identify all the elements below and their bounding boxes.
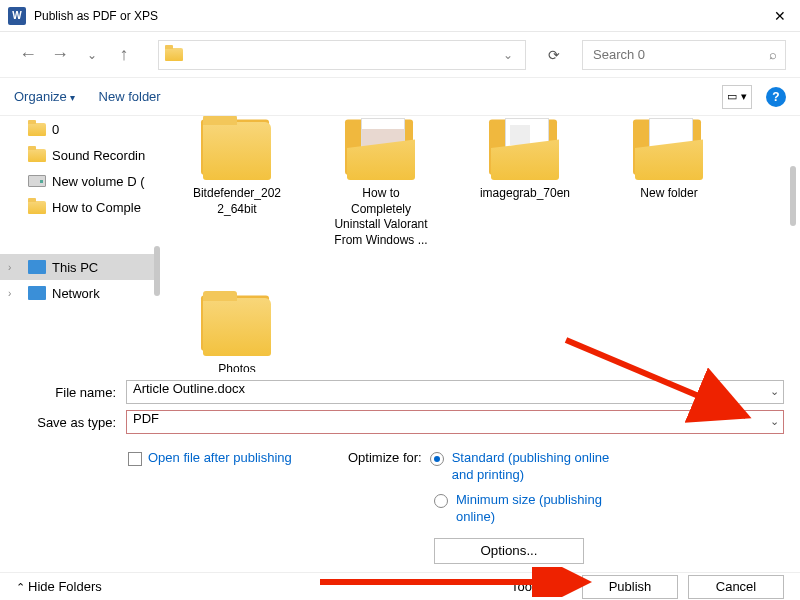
nav-toolbar: ← → ⌄ ↑ ⌄ ⟳ ⌕	[0, 32, 800, 78]
folder-label: Bitdefender_2022_64bit	[190, 186, 284, 217]
folder-icon	[28, 149, 46, 162]
view-mode-button[interactable]: ▭ ▾	[722, 85, 752, 109]
cancel-button[interactable]: Cancel	[688, 575, 784, 599]
drive-icon	[28, 175, 46, 187]
tree-label: New volume D (	[52, 174, 144, 189]
chevron-right-icon[interactable]: ›	[8, 262, 11, 273]
tree-label: How to Comple	[52, 200, 141, 215]
tree-item[interactable]: New volume D (	[0, 168, 160, 194]
close-button[interactable]: ✕	[760, 0, 800, 32]
organize-menu[interactable]: Organize	[14, 89, 75, 104]
radio-minimum[interactable]	[434, 494, 448, 508]
folder-icon	[165, 48, 183, 61]
tree-this-pc[interactable]: ›This PC	[0, 254, 160, 280]
folder-icon	[635, 122, 703, 180]
command-bar: Organize New folder ▭ ▾ ?	[0, 78, 800, 116]
address-bar[interactable]: ⌄	[158, 40, 526, 70]
chevron-right-icon[interactable]: ›	[8, 288, 11, 299]
radio-minimum-label[interactable]: Minimum size (publishing online)	[456, 492, 626, 526]
folder-item[interactable]: Photos	[190, 298, 284, 372]
back-button[interactable]: ←	[14, 41, 42, 69]
folder-item[interactable]: New folder	[622, 122, 716, 248]
folder-icon	[203, 298, 271, 356]
tree-label: 0	[52, 122, 59, 137]
folder-label: Photos	[190, 362, 284, 372]
window-title: Publish as PDF or XPS	[34, 9, 760, 23]
folder-icon	[28, 201, 46, 214]
checkbox-icon	[128, 452, 142, 466]
folder-label: New folder	[622, 186, 716, 202]
folder-item[interactable]: How to Completely Uninstall Valorant Fro…	[334, 122, 428, 248]
folder-label: How to Completely Uninstall Valorant Fro…	[334, 186, 428, 248]
hide-folders-toggle[interactable]: Hide Folders	[16, 579, 102, 594]
up-button[interactable]: ↑	[110, 41, 138, 69]
scrollbar[interactable]	[790, 166, 796, 226]
title-bar: W Publish as PDF or XPS ✕	[0, 0, 800, 32]
filename-label: File name:	[0, 385, 126, 400]
folder-item[interactable]: imagegrab_70en	[478, 122, 572, 248]
svg-line-0	[566, 340, 746, 416]
folder-icon	[203, 122, 271, 180]
search-icon[interactable]: ⌕	[769, 47, 777, 62]
radio-standard-label[interactable]: Standard (publishing online and printing…	[452, 450, 622, 484]
tree-label: Sound Recordin	[52, 148, 145, 163]
help-button[interactable]: ?	[766, 87, 786, 107]
network-icon	[28, 286, 46, 300]
folder-label: imagegrab_70en	[478, 186, 572, 202]
tree-label: This PC	[52, 260, 98, 275]
word-icon: W	[8, 7, 26, 25]
folder-item[interactable]: Bitdefender_2022_64bit	[190, 122, 284, 248]
tree-item[interactable]: Sound Recordin	[0, 142, 160, 168]
type-label: Save as type:	[0, 415, 126, 430]
radio-standard[interactable]	[430, 452, 444, 466]
folder-icon	[28, 123, 46, 136]
tree-item[interactable]: How to Comple	[0, 194, 160, 220]
tree-item[interactable]: 0	[0, 116, 160, 142]
options-button[interactable]: Options...	[434, 538, 584, 564]
new-folder-button[interactable]: New folder	[99, 89, 161, 104]
annotation-arrow	[556, 330, 776, 440]
recent-dropdown[interactable]: ⌄	[78, 41, 106, 69]
open-after-checkbox[interactable]: Open file after publishing	[128, 450, 348, 564]
forward-button[interactable]: →	[46, 41, 74, 69]
search-box[interactable]: ⌕	[582, 40, 786, 70]
refresh-button[interactable]: ⟳	[540, 47, 568, 63]
folder-icon	[347, 122, 415, 180]
search-input[interactable]	[591, 46, 769, 63]
optimize-label: Optimize for:	[348, 450, 422, 465]
tree-network[interactable]: ›Network	[0, 280, 160, 306]
open-after-label: Open file after publishing	[148, 450, 292, 465]
tree-label: Network	[52, 286, 100, 301]
pc-icon	[28, 260, 46, 274]
type-value: PDF	[133, 411, 159, 426]
folder-icon	[491, 122, 559, 180]
filename-value: Article Outline.docx	[133, 381, 245, 396]
nav-tree: 0 Sound Recordin New volume D ( How to C…	[0, 116, 160, 372]
chevron-down-icon[interactable]: ⌄	[497, 48, 519, 62]
annotation-arrow	[320, 567, 620, 597]
